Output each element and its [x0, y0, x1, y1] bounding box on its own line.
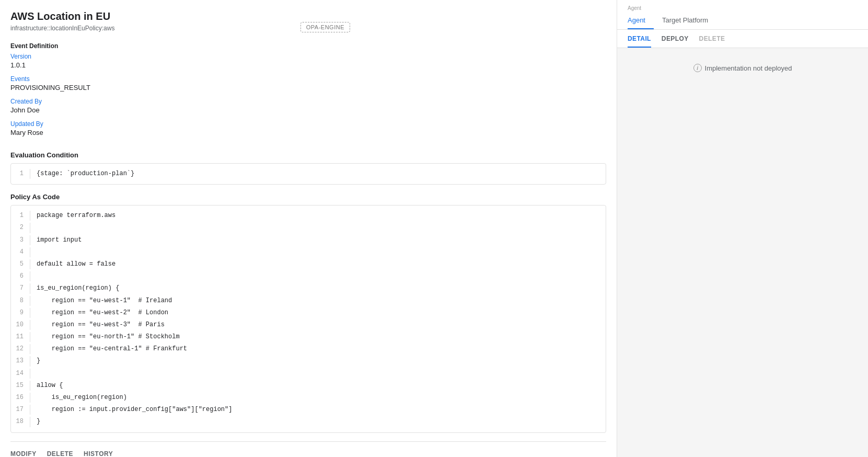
- agent-small-label: Agent: [628, 5, 858, 11]
- line-code: is_eu_region(region): [37, 393, 127, 403]
- created-by-label: Created By: [10, 98, 606, 105]
- tab-target-platform[interactable]: Target Platform: [662, 12, 716, 29]
- line-number: 14: [11, 369, 30, 379]
- line-number: 13: [11, 356, 30, 366]
- line-number: 9: [11, 308, 30, 318]
- eval-line-code: {stage: `production-plan`}: [37, 169, 134, 179]
- right-tabs: Agent Target Platform: [628, 12, 858, 29]
- line-separator: [30, 283, 30, 293]
- policy-code-line: 14: [11, 368, 606, 380]
- line-number: 2: [11, 223, 30, 233]
- policy-code-line: 16 is_eu_region(region): [11, 392, 606, 404]
- page-title: AWS Location in EU: [10, 10, 606, 22]
- line-separator: [30, 417, 30, 427]
- line-separator: [30, 381, 30, 391]
- policy-code-line: 2: [11, 222, 606, 234]
- policy-code-line: 10 region == "eu-west-3" # Paris: [11, 319, 606, 331]
- line-code: }: [37, 417, 40, 427]
- line-number: 1: [11, 211, 30, 221]
- deploy-tab[interactable]: DEPLOY: [662, 35, 689, 48]
- line-number: 3: [11, 235, 30, 245]
- policy-code-box: 1package terraform.aws23import input45de…: [10, 205, 606, 432]
- line-code: region == "eu-north-1" # Stockholm: [37, 332, 180, 342]
- evaluation-code-box: 1 {stage: `production-plan`}: [10, 163, 606, 185]
- line-number: 18: [11, 417, 30, 427]
- version-label: Version: [10, 53, 606, 60]
- line-code: is_eu_region(region) {: [37, 283, 119, 293]
- not-deployed-text: Implementation not deployed: [705, 64, 792, 72]
- line-separator: [30, 320, 30, 330]
- line-number: 10: [11, 320, 30, 330]
- opa-badge: OPA-ENGINE: [300, 22, 350, 32]
- policy-label: Policy As Code: [10, 193, 606, 201]
- events-value: PROVISIONING_RESULT: [10, 84, 606, 92]
- line-code: }: [37, 356, 40, 366]
- line-code: default allow = false: [37, 259, 115, 269]
- detail-deploy-tabs: DETAIL DEPLOY DELETE: [617, 30, 868, 48]
- line-code: package terraform.aws: [37, 211, 115, 221]
- delete-button[interactable]: DELETE: [47, 450, 73, 457]
- history-button[interactable]: HISTORY: [84, 450, 113, 457]
- line-number: 11: [11, 332, 30, 342]
- policy-code-line: 3import input: [11, 234, 606, 246]
- eval-line-num: 1: [11, 169, 30, 179]
- line-code: region == "eu-west-2" # London: [37, 308, 168, 318]
- line-separator: [30, 296, 30, 306]
- delete-tab[interactable]: DELETE: [699, 35, 725, 48]
- right-panel: Agent Agent Target Platform DETAIL DEPLO…: [617, 0, 868, 457]
- line-separator: [30, 247, 30, 257]
- policy-code-line: 1package terraform.aws: [11, 210, 606, 222]
- line-number: 5: [11, 259, 30, 269]
- line-code: region := input.provider_config["aws"]["…: [37, 405, 232, 415]
- detail-tab[interactable]: DETAIL: [628, 35, 651, 48]
- line-separator: [30, 271, 30, 281]
- main-panel: AWS Location in EU infrastructure::locat…: [0, 0, 617, 457]
- right-header: Agent Agent Target Platform: [617, 0, 868, 30]
- evaluation-condition-label: Evaluation Condition: [10, 151, 606, 159]
- tab-agent[interactable]: Agent: [628, 12, 654, 29]
- line-number: 4: [11, 247, 30, 257]
- line-code: import input: [37, 235, 82, 245]
- line-separator: [30, 393, 30, 403]
- updated-by-value: Mary Rose: [10, 129, 606, 136]
- eval-line-sep: [30, 169, 30, 179]
- header-row: AWS Location in EU infrastructure::locat…: [10, 10, 606, 42]
- event-definition-label: Event Definition: [10, 42, 606, 50]
- line-separator: [30, 356, 30, 366]
- line-number: 12: [11, 344, 30, 354]
- footer-actions: MODIFY DELETE HISTORY: [10, 441, 606, 457]
- policy-code-line: 17 region := input.provider_config["aws"…: [11, 404, 606, 416]
- line-code: region == "eu-west-3" # Paris: [37, 320, 165, 330]
- line-separator: [30, 369, 30, 379]
- line-number: 6: [11, 271, 30, 281]
- line-code: allow {: [37, 381, 63, 391]
- line-number: 15: [11, 381, 30, 391]
- policy-code-line: 4: [11, 246, 606, 258]
- line-number: 16: [11, 393, 30, 403]
- line-number: 17: [11, 405, 30, 415]
- not-deployed-message: i Implementation not deployed: [693, 64, 792, 72]
- line-number: 7: [11, 283, 30, 293]
- line-separator: [30, 332, 30, 342]
- info-icon: i: [693, 64, 702, 72]
- version-value: 1.0.1: [10, 61, 606, 69]
- line-separator: [30, 211, 30, 221]
- line-number: 8: [11, 296, 30, 306]
- line-separator: [30, 223, 30, 233]
- policy-code-line: 13}: [11, 355, 606, 367]
- eval-code-line: 1 {stage: `production-plan`}: [11, 168, 606, 180]
- policy-code-line: 8 region == "eu-west-1" # Ireland: [11, 295, 606, 307]
- policy-code-line: 5default allow = false: [11, 258, 606, 270]
- modify-button[interactable]: MODIFY: [10, 450, 37, 457]
- policy-code-line: 9 region == "eu-west-2" # London: [11, 307, 606, 319]
- updated-by-label: Updated By: [10, 120, 606, 128]
- line-separator: [30, 344, 30, 354]
- policy-code-line: 6: [11, 270, 606, 282]
- policy-code-line: 11 region == "eu-north-1" # Stockholm: [11, 331, 606, 343]
- line-separator: [30, 259, 30, 269]
- events-label: Events: [10, 75, 606, 83]
- event-definition-block: Event Definition Version 1.0.1 Events PR…: [10, 42, 606, 143]
- policy-code-line: 15allow {: [11, 380, 606, 392]
- line-code: region == "eu-west-1" # Ireland: [37, 296, 172, 306]
- created-by-value: John Doe: [10, 106, 606, 114]
